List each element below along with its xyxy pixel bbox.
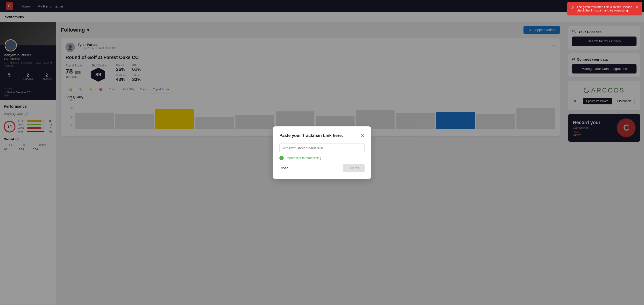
success-check-icon: ✓ <box>280 156 284 160</box>
success-text: Report sent for processing <box>286 156 321 160</box>
toast-close-button[interactable]: ✕ <box>635 5 638 10</box>
modal-footer: Close Submit <box>280 164 364 172</box>
modal-header: Paste your Trackman Link here. ✕ <box>280 133 364 138</box>
trackman-modal: Paste your Trackman Link here. ✕ ✓ Repor… <box>273 126 371 179</box>
warning-icon: ⚠ <box>571 6 574 10</box>
modal-close-x-button[interactable]: ✕ <box>360 133 364 138</box>
modal-success-message: ✓ Report sent for processing <box>280 156 364 160</box>
trackman-link-input[interactable] <box>280 143 364 153</box>
error-toast: ⚠ The given trackman link is invalid. Pl… <box>567 2 642 16</box>
modal-overlay[interactable]: Paste your Trackman Link here. ✕ ✓ Repor… <box>0 0 644 305</box>
modal-close-button[interactable]: Close <box>280 166 288 170</box>
modal-submit-button[interactable]: Submit <box>343 164 364 172</box>
error-toast-message: The given trackman link is invalid. Plea… <box>576 5 633 12</box>
modal-title: Paste your Trackman Link here. <box>280 133 343 138</box>
